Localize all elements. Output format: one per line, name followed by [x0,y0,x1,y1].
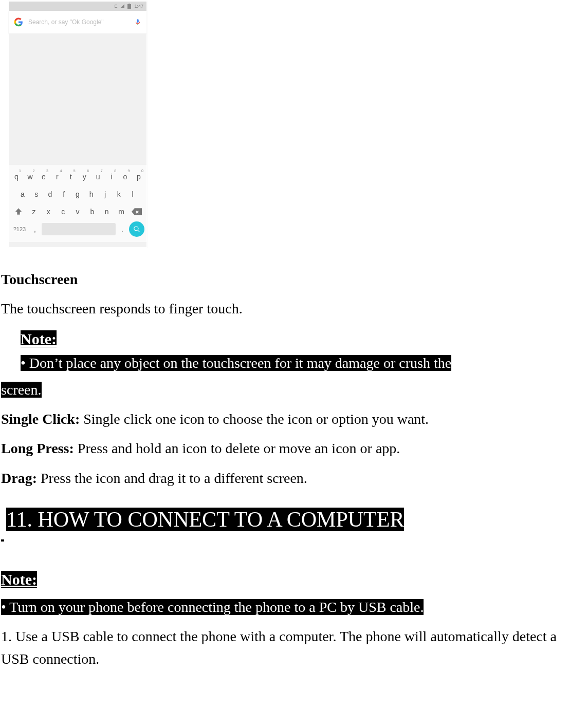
svg-rect-2 [129,4,130,4]
touchscreen-intro: The touchscreen responds to finger touch… [1,297,568,320]
period-key[interactable]: . [118,225,127,233]
space-key[interactable] [42,223,116,235]
key-e[interactable]: e3 [38,169,49,184]
search-bar[interactable]: Search, or say "Ok Google" [9,11,146,33]
battery-icon [127,4,131,9]
search-input[interactable]: Search, or say "Ok Google" [28,18,129,26]
drag-line: Drag: Press the icon and drag it to a di… [1,467,568,489]
key-t[interactable]: t5 [65,169,77,184]
note-label-2: Note: [1,571,37,588]
decorative-mark [1,539,4,542]
key-q[interactable]: q1 [11,169,22,184]
svg-rect-3 [17,214,20,215]
keyboard-row-2: asdfghjkl [11,186,144,202]
keyboard-row-1: q1w2e3r4t5y6u7i8o9p0 [11,169,144,184]
note-label-1: Note: [21,330,57,347]
key-j[interactable]: j [100,186,111,202]
keyboard-row-3: zxcvbnm [11,204,144,219]
key-h[interactable]: h [86,186,97,202]
comma-key[interactable]: , [30,225,40,233]
key-a[interactable]: a [17,186,28,202]
key-z[interactable]: z [28,204,40,219]
shift-key-icon[interactable] [11,204,26,219]
note2-text: • Turn on your phone before connecting t… [1,599,424,615]
note1-line-a: • Don’t place any object on the touchscr… [21,355,451,371]
key-g[interactable]: g [72,186,83,202]
google-logo-icon [14,17,23,27]
key-u[interactable]: u7 [93,169,104,184]
long-press-line: Long Press: Press and hold an icon to de… [1,437,568,459]
status-time: 1:47 [134,4,143,9]
note1-line-b: screen. [1,382,42,398]
key-k[interactable]: k [113,186,124,202]
long-press-label: Long Press: [1,440,78,456]
section-heading-11: 11. HOW TO CONNECT TO A COMPUTER [6,508,404,531]
key-i[interactable]: i8 [106,169,117,184]
key-w[interactable]: w2 [24,169,35,184]
signal-indicator: E [114,4,117,9]
search-key-icon[interactable] [129,221,144,237]
key-f[interactable]: f [58,186,69,202]
key-c[interactable]: c [58,204,69,219]
single-click-text: Single click one icon to choose the icon… [83,411,429,427]
mic-icon[interactable] [134,17,141,27]
key-x[interactable]: x [43,204,54,219]
key-p[interactable]: p0 [133,169,144,184]
backspace-key-icon[interactable] [129,204,144,219]
key-m[interactable]: m [116,204,127,219]
drag-text: Press the icon and drag it to a differen… [41,470,307,486]
step-1: 1. Use a USB cable to connect the phone … [1,625,568,670]
single-click-line: Single Click: Single click one icon to c… [1,408,568,430]
key-b[interactable]: b [86,204,98,219]
key-r[interactable]: r4 [51,169,63,184]
key-v[interactable]: v [72,204,83,219]
drag-label: Drag: [1,470,41,486]
signal-icon [120,4,124,8]
key-n[interactable]: n [101,204,113,219]
phone-screenshot: E 1:47 Search, or say "Ok Google" [8,1,147,248]
svg-rect-1 [127,4,131,9]
svg-marker-0 [120,4,124,8]
document-body: Touchscreen The touchscreen responds to … [1,268,568,670]
status-bar: E 1:47 [9,2,146,11]
onscreen-keyboard[interactable]: q1w2e3r4t5y6u7i8o9p0 asdfghjkl zxcvbnm ?… [9,165,146,242]
key-s[interactable]: s [31,186,42,202]
key-d[interactable]: d [45,186,56,202]
single-click-label: Single Click: [1,411,83,427]
app-content-area [9,33,146,165]
long-press-text: Press and hold an icon to delete or move… [78,440,400,456]
key-o[interactable]: o9 [120,169,131,184]
heading-touchscreen: Touchscreen [1,268,568,290]
key-l[interactable]: l [127,186,138,202]
numeric-toggle-key[interactable]: ?123 [11,226,28,232]
key-y[interactable]: y6 [79,169,90,184]
keyboard-row-4: ?123 , . [11,221,144,237]
